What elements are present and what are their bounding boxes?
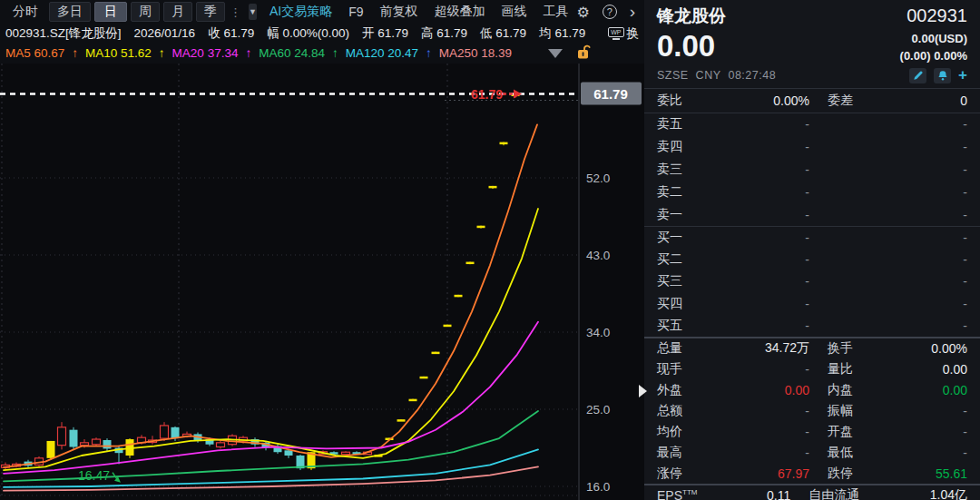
quote-time: 08:27:48: [728, 69, 776, 82]
free-float-value: 1.04亿: [874, 487, 967, 500]
help-icon[interactable]: ?: [603, 5, 617, 19]
ohlc-field-3: 高 61.79: [421, 25, 467, 42]
stat-row: 均价-开盘-: [644, 421, 980, 442]
candle-body-limit: [466, 262, 475, 265]
candle-body-up: [342, 452, 350, 455]
price-line-label: 61.79: [471, 87, 503, 102]
row-value-2: -: [880, 425, 967, 439]
candle-body-limit: [47, 441, 55, 458]
row-value-2: -: [880, 208, 967, 222]
add-watchlist-icon[interactable]: +: [958, 68, 967, 83]
bell-icon[interactable]: [934, 68, 951, 83]
tab-quarter[interactable]: 季: [196, 2, 225, 22]
wp-monitor-icon[interactable]: WP: [608, 27, 623, 40]
row-value: -: [722, 297, 809, 311]
ma-bar: MA5 60.67↑MA10 51.62↑MA20 37.34↑MA60 24.…: [0, 43, 644, 64]
row-value-2: -: [880, 297, 967, 311]
dropdown-caret-icon[interactable]: ▼: [249, 4, 257, 20]
menu-ai-strategy[interactable]: AI交易策略: [261, 4, 340, 20]
eps-sup: TTM: [682, 489, 697, 497]
menu-super-overlay[interactable]: 超级叠加: [426, 4, 494, 20]
eps-row: EPSTTM 0.11 自由流通 1.04亿: [644, 485, 980, 500]
candle-body-limit: [397, 419, 406, 422]
candle-body-limit: [432, 352, 440, 355]
candle-body-down: [70, 430, 78, 447]
ma-label-ma5: MA5 60.67: [5, 46, 64, 60]
eps-label: EPS: [657, 488, 682, 500]
row-value: -: [722, 362, 809, 377]
row-value-2: 0.00: [880, 362, 967, 377]
candlestick-chart[interactable]: 61.7952.043.034.025.016.061.7916.47: [0, 64, 644, 500]
row-label-2: 开盘: [828, 424, 880, 440]
overflow-dots-icon[interactable]: ⋮: [230, 5, 241, 19]
candle-body-up: [217, 443, 225, 447]
row-label-2: 跌停: [828, 466, 880, 482]
bid-levels: 买一--买二--买三--买四--买五--: [644, 227, 980, 337]
usd-price: 0.00(USD): [900, 30, 967, 47]
quote-panel: 锋龙股份 002931 0.00 0.00(USD) (0.00) 0.00% …: [644, 0, 980, 500]
toolbar: 分时多日日周月季⋮▼AI交易策略F9前复权超级叠加画线工具⚙?›: [0, 0, 644, 24]
stock-code: 002931: [906, 5, 967, 26]
row-value-2: -: [880, 140, 967, 154]
row-label-2: 振幅: [828, 403, 880, 419]
menu-tools[interactable]: 工具: [535, 4, 577, 20]
price-tag-label: 61.79: [593, 86, 628, 102]
y-tick-label: 52.0: [586, 172, 610, 185]
settings-gear-icon[interactable]: ⚙: [577, 4, 590, 21]
row-value: -: [722, 404, 809, 418]
menu-forward-adjust[interactable]: 前复权: [372, 4, 426, 20]
edit-icon[interactable]: [909, 68, 926, 83]
ask-row: 卖五--: [644, 113, 980, 136]
stock-name: 锋龙股份: [657, 5, 726, 28]
row-value: -: [722, 140, 809, 154]
low-price-marker: 16.47: [78, 468, 110, 483]
candle-body-limit: [409, 399, 417, 402]
row-value: -: [722, 162, 809, 177]
tab-week[interactable]: 周: [131, 2, 160, 22]
app-window: 分时多日日周月季⋮▼AI交易策略F9前复权超级叠加画线工具⚙?› 002931.…: [0, 0, 980, 500]
tab-month[interactable]: 月: [163, 2, 192, 22]
row-label: 卖二: [657, 184, 722, 201]
tab-multi-day[interactable]: 多日: [49, 2, 91, 22]
ask-levels: 卖五--卖四--卖三--卖二--卖一--: [644, 113, 980, 226]
row-label-2: 量比: [828, 361, 880, 377]
candle-body-up: [58, 427, 66, 446]
currency-label: CNY: [696, 69, 721, 82]
ask-row: 卖二--: [644, 181, 980, 203]
ma-label-ma10: MA10 51.62: [85, 46, 152, 60]
tab-day[interactable]: 日: [94, 2, 127, 22]
candle-body-limit: [455, 295, 463, 298]
row-value-2: -: [880, 252, 967, 267]
tab-minute[interactable]: 分时: [5, 2, 45, 22]
row-value: -: [722, 208, 809, 222]
row-label: 买五: [657, 318, 722, 334]
row-label: 卖三: [657, 162, 722, 178]
row-label: 买四: [657, 296, 722, 312]
row-value-2: 0.00: [880, 383, 967, 397]
row-value: -: [722, 274, 809, 289]
row-label-2: 内盘: [828, 382, 880, 398]
wp-screen: WP: [608, 27, 623, 37]
panel-collapse-handle[interactable]: [639, 385, 647, 397]
collapse-triangle-icon[interactable]: [548, 49, 563, 58]
row-label-2: 换手: [828, 340, 880, 357]
unlock-icon[interactable]: [575, 44, 592, 63]
eps-value: 0.11: [697, 488, 790, 500]
row-value: 0.00: [722, 383, 809, 397]
ma-up-arrow-icon: ↑: [72, 46, 78, 60]
ohlc-field-5: 均 61.79: [539, 25, 585, 42]
candle-body-down: [285, 450, 293, 456]
symbol-label: 002931.SZ[锋龙股份]: [5, 25, 122, 42]
bid-row: 买三--: [644, 270, 980, 292]
row-value: -: [722, 446, 809, 460]
chevron-right-icon[interactable]: ›: [630, 5, 635, 19]
y-tick-label: 34.0: [586, 326, 610, 339]
row-value-2: -: [880, 117, 967, 132]
menu-draw-line[interactable]: 画线: [494, 4, 535, 20]
menu-f9[interactable]: F9: [340, 5, 371, 19]
price-change: (0.00) 0.00%: [900, 47, 967, 64]
candle-body-limit: [500, 142, 508, 145]
ohlc-field-0: 收 61.79: [208, 25, 254, 42]
clipped-char: 换: [627, 25, 640, 42]
row-label-2: 最低: [828, 445, 880, 461]
